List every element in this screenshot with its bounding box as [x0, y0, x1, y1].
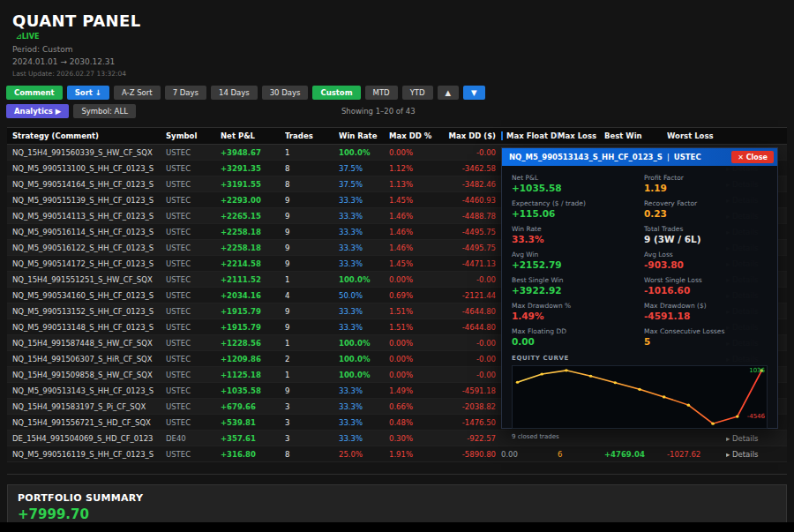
cell-ddusd: -4495.75	[445, 228, 501, 236]
stat-label: Profit Factor	[644, 174, 768, 182]
cell-strategy: DE_15H4_991504069_S_HD_CF_0123	[12, 434, 166, 443]
cell-maxloss: 6	[558, 450, 604, 459]
cell-symbol: USTEC	[166, 275, 221, 284]
cell-strategy: NQ_15H4_991551251_S_HW_CF_SQX	[12, 275, 166, 284]
cell-winrate: 100.0%	[339, 275, 389, 284]
column-header-trades[interactable]: Trades	[285, 131, 339, 140]
column-header-max-float-dd[interactable]: Max Float DD	[501, 131, 558, 140]
cell-ddusd: -0.00	[445, 355, 501, 363]
stat-avg-loss: Avg Loss-903.80	[644, 251, 768, 270]
bottom-bar	[0, 522, 794, 532]
cell-ddpct: 0.48%	[389, 418, 445, 427]
column-header-max-dd[interactable]: Max DD ($)	[445, 131, 501, 140]
column-header-strategy-comment[interactable]: Strategy (Comment)	[12, 131, 166, 140]
cell-pnl: +3948.67	[221, 148, 285, 157]
cell-strategy: NQ_15H4_991560339_S_HW_CF_SQX	[12, 148, 166, 157]
live-label: LIVE	[22, 33, 40, 41]
cell-winrate: 33.3%	[339, 244, 389, 252]
cell-ddusd: -3482.46	[445, 180, 501, 189]
stat-net-p-l: Net P&L+1035.58	[512, 174, 635, 193]
cell-pnl: +1209.86	[221, 355, 285, 363]
table-row[interactable]: NQ_M5_990516119_S_HH_CF_0123_SUSTEC+316.…	[7, 446, 787, 462]
toolbar-button-analytics[interactable]: Analytics ▶	[6, 104, 69, 118]
last-update: Last Update: 2026.02.27 13:32:04	[12, 70, 794, 78]
cell-trades: 3	[285, 418, 339, 427]
stat-recovery-factor: Recovery Factor0.23	[644, 199, 768, 219]
cell-winrate: 100.0%	[339, 339, 389, 348]
cell-ddpct: 1.46%	[389, 244, 445, 252]
table-header-row: Strategy (Comment)SymbolNet P&LTradesWin…	[7, 127, 787, 145]
toolbar-button-sort[interactable]: Sort ↓	[67, 86, 109, 100]
cell-pnl: +2214.58	[221, 259, 285, 268]
cell-ddusd: -4591.18	[445, 386, 501, 395]
close-button[interactable]: ✕ Close	[731, 151, 774, 163]
toolbar-button-a-z-sort[interactable]: A-Z Sort	[114, 86, 161, 100]
toolbar-button-custom[interactable]: Custom	[312, 86, 360, 100]
cell-symbol: USTEC	[166, 196, 221, 205]
cell-strategy: NQ_M5_990534160_S_HH_CF_0123_S	[12, 291, 166, 300]
column-header-max-dd[interactable]: Max DD %	[389, 131, 445, 140]
toolbar-button-btn[interactable]: ▲	[438, 86, 460, 100]
stat-max-consecutive-losses: Max Consecutive Losses5	[644, 327, 768, 347]
cell-trades: 9	[285, 228, 339, 236]
column-header-win-rate[interactable]: Win Rate	[339, 131, 389, 140]
cell-ddusd: -0.00	[445, 339, 501, 348]
column-header-symbol[interactable]: Symbol	[166, 131, 221, 140]
cell-trades: 9	[285, 196, 339, 205]
stat-label: Max Drawdown %	[512, 302, 635, 310]
section-divider	[7, 474, 787, 475]
portfolio-summary-title: PORTFOLIO SUMMARY	[18, 492, 776, 504]
popup-title-bar[interactable]: NQ_M5_990513143_S_HH_CF_0123_S | USTEC ✕…	[502, 148, 777, 166]
cell-strategy: NQ_M5_990514164_S_HH_CF_0123_S	[12, 180, 166, 189]
cell-ddpct: 0.00%	[389, 371, 445, 379]
cell-ddpct: 1.51%	[389, 323, 445, 332]
stat-value: -4591.18	[644, 311, 768, 321]
cell-trades: 8	[285, 164, 339, 173]
column-header-worst-loss[interactable]: Worst Loss	[667, 131, 726, 140]
toolbar-button-comment[interactable]: Comment	[6, 86, 63, 100]
stat-value: 9 (3W / 6L)	[644, 234, 768, 244]
column-header-max-loss[interactable]: Max Loss	[558, 131, 604, 140]
stat-value: -1016.60	[644, 285, 768, 296]
cell-symbol: USTEC	[166, 291, 221, 300]
stat-total-trades: Total Trades9 (3W / 6L)	[644, 225, 768, 244]
column-header-net-p-l[interactable]: Net P&L	[221, 131, 285, 140]
stat-label: Avg Win	[512, 251, 635, 259]
details-link[interactable]: ▸ Details	[726, 450, 777, 459]
cell-symbol: USTEC	[166, 339, 221, 348]
cell-pnl: +2293.00	[221, 196, 285, 205]
cell-ddpct: 1.49%	[389, 386, 445, 395]
toolbar-button-ytd[interactable]: YTD	[402, 86, 433, 100]
cell-ddusd: -4644.80	[445, 323, 501, 332]
cell-ddusd: -922.57	[445, 434, 501, 443]
toolbar-button-14-days[interactable]: 14 Days	[211, 86, 258, 100]
toolbar-button-30-days[interactable]: 30 Days	[262, 86, 309, 100]
stat-label: Win Rate	[512, 225, 635, 233]
stat-expectancy-trade: Expectancy ($ / trade)+115.06	[512, 199, 635, 219]
cell-ddpct: 1.51%	[389, 307, 445, 316]
stat-value: +1035.58	[512, 183, 635, 193]
cell-ddusd: -4644.80	[445, 307, 501, 316]
cell-trades: 1	[285, 339, 339, 348]
cell-symbol: USTEC	[166, 259, 221, 268]
cell-pnl: +2034.16	[221, 291, 285, 300]
column-header-best-win[interactable]: Best Win	[604, 131, 667, 140]
toolbar-button-mtd[interactable]: MTD	[365, 86, 398, 100]
stat-label: Max Consecutive Losses	[644, 327, 768, 335]
toolbar-button-btn[interactable]: ▼	[463, 86, 485, 100]
stat-label: Net P&L	[512, 174, 635, 182]
cell-winrate: 33.3%	[339, 212, 389, 221]
stat-max-drawdown: Max Drawdown %1.49%	[512, 302, 635, 321]
equity-curve-chart: 1036 -4546	[512, 365, 768, 429]
cell-bestwin: +4769.04	[604, 450, 667, 459]
cell-pnl: +357.61	[221, 434, 285, 443]
stat-value: 0.00	[512, 336, 635, 347]
cell-winrate: 100.0%	[339, 355, 389, 363]
toolbar-button-7-days[interactable]: 7 Days	[165, 86, 206, 100]
toolbar-button-symbol-all[interactable]: Symbol: ALL	[73, 104, 136, 118]
toolbar-row-2: Analytics ▶Symbol: ALL Showing 1–20 of 4…	[0, 100, 794, 118]
cell-symbol: USTEC	[166, 180, 221, 189]
cell-strategy: NQ_M5_990514172_S_HH_CF_0123_S	[12, 259, 166, 268]
cell-symbol: USTEC	[166, 371, 221, 379]
cell-trades: 1	[285, 148, 339, 157]
